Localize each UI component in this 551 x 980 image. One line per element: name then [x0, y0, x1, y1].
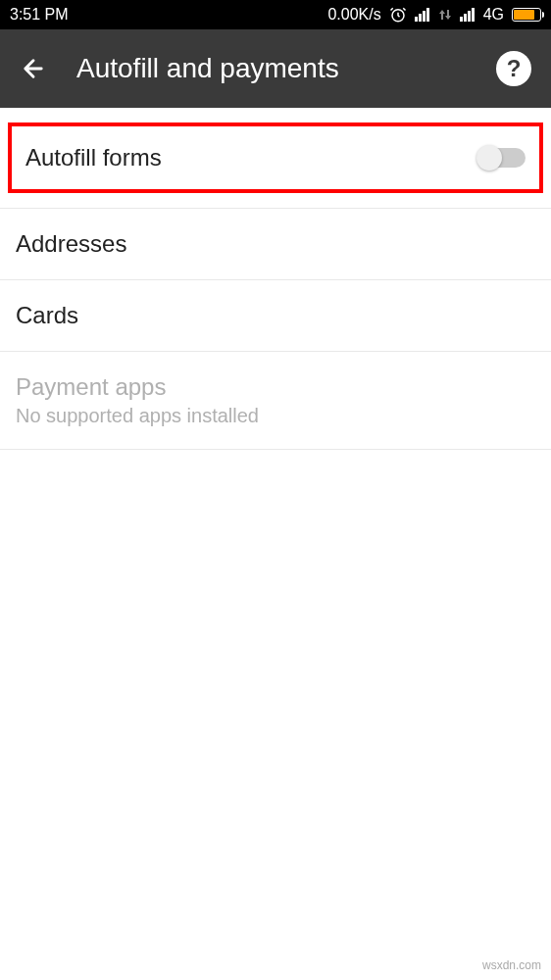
payment-apps-row: Payment apps No supported apps installed: [0, 352, 551, 450]
signal-icon-2: [460, 8, 476, 22]
back-button[interactable]: [20, 55, 47, 82]
network-label: 4G: [483, 6, 504, 24]
addresses-label: Addresses: [16, 230, 535, 258]
toggle-knob: [476, 145, 502, 171]
autofill-forms-row[interactable]: Autofill forms: [12, 126, 539, 189]
signal-icon: [415, 8, 430, 22]
data-rate: 0.00K/s: [327, 6, 380, 24]
battery-icon: [512, 8, 541, 22]
autofill-forms-toggle[interactable]: [478, 148, 526, 168]
cards-row[interactable]: Cards: [0, 280, 551, 352]
watermark: wsxdn.com: [482, 958, 541, 972]
payment-apps-subtitle: No supported apps installed: [16, 405, 535, 427]
settings-list: Autofill forms Addresses Cards Payment a…: [0, 122, 551, 450]
status-time: 3:51 PM: [10, 6, 69, 24]
data-arrows-icon: [438, 8, 452, 22]
help-icon: ?: [507, 55, 522, 82]
payment-apps-label: Payment apps: [16, 373, 535, 401]
status-right: 0.00K/s 4G: [327, 6, 541, 24]
autofill-forms-label: Autofill forms: [25, 144, 478, 172]
status-bar: 3:51 PM 0.00K/s 4G: [0, 0, 551, 29]
page-title: Autofill and payments: [76, 53, 467, 84]
alarm-icon: [389, 6, 407, 24]
help-button[interactable]: ?: [496, 51, 531, 86]
app-bar: Autofill and payments ?: [0, 29, 551, 108]
addresses-row[interactable]: Addresses: [0, 209, 551, 280]
highlighted-autofill-forms: Autofill forms: [8, 122, 543, 193]
cards-label: Cards: [16, 302, 535, 329]
